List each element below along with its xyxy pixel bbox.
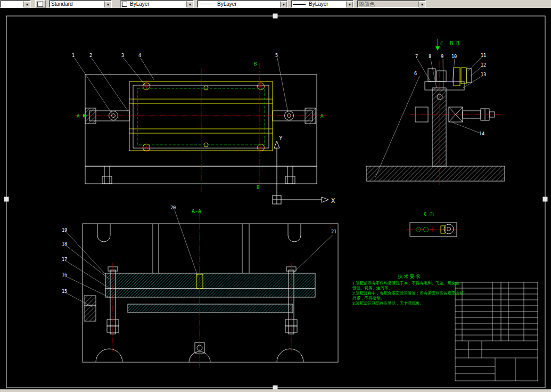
drawing-frame <box>4 14 547 389</box>
chevron-down-icon[interactable]: ▼ <box>418 1 425 7</box>
chevron-down-icon[interactable]: ▼ <box>23 1 30 7</box>
callout-7: 7 <box>415 54 418 59</box>
datum-a-right: A <box>320 113 324 119</box>
view-c-label: C 向 <box>424 211 434 217</box>
chevron-down-icon[interactable]: ▼ <box>280 1 287 7</box>
linetype-sample-icon <box>199 4 214 4</box>
tech-requirement-item: 3.装配后运动部件应灵活，无卡滞现象。 <box>352 301 467 306</box>
callout-19: 19 <box>62 227 67 233</box>
drawing-svg: A A B B 1 2 3 4 5 <box>0 8 551 389</box>
datum-a-left: A <box>77 113 80 119</box>
callout-11: 11 <box>481 53 486 58</box>
text-style-value: Standard <box>50 1 104 7</box>
chevron-down-icon[interactable]: ▼ <box>104 1 111 7</box>
dir-c-label: C <box>440 41 443 46</box>
color-combo-value: ByLayer <box>128 1 186 7</box>
plotstyle-combo-value: 随颜色 <box>357 1 418 7</box>
section-aa-label: A-A <box>192 208 201 214</box>
callout-6: 6 <box>414 71 417 76</box>
datum-b-bottom: B <box>257 185 259 190</box>
style-manager-icon[interactable] <box>35 0 46 8</box>
chevron-down-icon[interactable]: ▼ <box>186 1 193 7</box>
c-detail-view: C 向 <box>407 211 461 236</box>
callout-8: 8 <box>429 54 431 59</box>
callout-1: 1 <box>72 53 75 58</box>
workspace-combo[interactable]: ▼ <box>0 0 31 8</box>
lineweight-combo[interactable]: ByLayer ▼ <box>291 0 353 8</box>
tech-requirement-item: 1.装配前所有零件均需清洗干净，不得有毛刺、飞边、氧化皮、锈蚀、切屑、油污等。 <box>352 281 467 291</box>
linetype-combo-value: ByLayer <box>216 1 280 7</box>
callout-13: 13 <box>481 72 486 77</box>
callout-18: 18 <box>62 241 67 247</box>
chevron-down-icon[interactable]: ▼ <box>346 1 353 7</box>
cad-window: ▼ Standard ▼ ByLayer ▼ ByLayer ▼ ByLayer… <box>0 0 551 392</box>
title-block <box>455 282 538 381</box>
ucs-x-label: X <box>331 197 335 205</box>
ucs-y-label: Y <box>279 135 283 142</box>
linetype-combo[interactable]: ByLayer ▼ <box>197 0 287 8</box>
lineweight-combo-value: ByLayer <box>307 1 346 7</box>
datum-b-top: B <box>254 61 257 67</box>
callout-9: 9 <box>441 54 443 59</box>
callout-21: 21 <box>331 229 336 234</box>
text-style-combo[interactable]: Standard ▼ <box>49 0 112 8</box>
section-aa-view: 19 18 17 16 15 20 21 A-A <box>62 205 338 368</box>
plan-view: A A B B 1 2 3 4 5 <box>72 53 326 192</box>
plotstyle-combo[interactable]: 随颜色 ▼ <box>357 0 426 8</box>
callout-4: 4 <box>138 53 141 58</box>
callout-15: 15 <box>62 289 67 294</box>
drawing-canvas[interactable]: A A B B 1 2 3 4 5 <box>0 8 551 389</box>
color-combo[interactable]: ByLayer ▼ <box>120 0 194 8</box>
lineweight-sample-icon <box>293 4 306 5</box>
arrow-down-icon <box>435 46 440 51</box>
callout-2: 2 <box>89 53 92 58</box>
tech-requirements-text: 技术要求 1.装配前所有零件均需清洗干净，不得有毛刺、飞边、氧化皮、锈蚀、切屑、… <box>352 274 467 306</box>
callout-3: 3 <box>121 53 124 58</box>
toolbar: ▼ Standard ▼ ByLayer ▼ ByLayer ▼ ByLayer… <box>0 0 551 8</box>
callout-5: 5 <box>275 53 278 58</box>
ucs-icon: Y X <box>273 135 335 205</box>
callout-10: 10 <box>451 54 457 59</box>
callout-20: 20 <box>170 205 176 210</box>
color-swatch-icon <box>122 2 127 7</box>
section-bb-label: B-B <box>450 40 459 46</box>
callout-17: 17 <box>62 257 67 262</box>
callout-12: 12 <box>481 62 486 68</box>
tech-requirement-item: 2.装配过程中，各配合表面涂润滑油；所有紧固件应按规定力矩拧紧，不得松动。 <box>352 291 467 301</box>
callout-16: 16 <box>62 272 67 277</box>
callout-14: 14 <box>479 131 484 136</box>
tech-requirements-title: 技术要求 <box>352 274 467 280</box>
section-bb-view: 6 7 8 9 10 11 12 13 14 B-B C <box>366 39 505 186</box>
